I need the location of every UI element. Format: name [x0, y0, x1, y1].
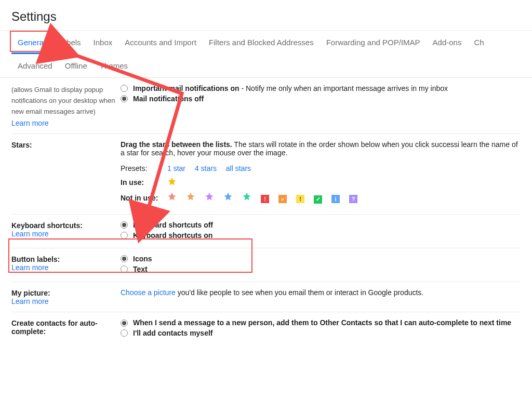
tab-offline[interactable]: Offline [59, 54, 94, 77]
tab-general[interactable]: General [11, 31, 51, 54]
star-icon[interactable] [205, 192, 214, 201]
star-square-icon[interactable]: ! [296, 195, 304, 203]
radio-icon [121, 232, 128, 239]
star-square-icon[interactable]: » [278, 195, 287, 203]
create-contacts-label: Create contacts for auto-complete: [11, 319, 98, 336]
section-my-picture: My picture: Learn more Choose a picture … [11, 282, 521, 312]
star-square-icon[interactable]: i [331, 195, 340, 203]
not-in-use-label: Not in use: [121, 194, 167, 202]
stars-drag-bold: Drag the stars between the lists. [121, 140, 232, 149]
keyboard-label: Keyboard shortcuts: [11, 221, 83, 230]
tab-labels[interactable]: Labels [51, 31, 87, 54]
learn-more-link[interactable]: Learn more [11, 119, 121, 127]
radio-text[interactable]: Text [121, 265, 521, 273]
radio-autocontacts-on[interactable]: When I send a message to a new person, a… [121, 318, 521, 327]
page-title: Settings [0, 0, 532, 31]
radio-icon [121, 329, 128, 337]
radio-keyboard-on[interactable]: Keyboard shortcuts on [121, 231, 521, 240]
tab-addons[interactable]: Add-ons [427, 31, 468, 54]
tab-forwarding-pop-imap[interactable]: Forwarding and POP/IMAP [320, 31, 427, 54]
learn-more-link[interactable]: Learn more [11, 263, 49, 272]
star-icon[interactable] [186, 192, 195, 201]
preset-1star[interactable]: 1 star [167, 164, 185, 172]
presets-label: Presets: [121, 164, 167, 172]
star-square-icon[interactable]: ? [349, 195, 357, 203]
section-keyboard-shortcuts: Keyboard shortcuts: Learn more Keyboard … [11, 215, 521, 248]
choose-picture-link[interactable]: Choose a picture [121, 288, 176, 297]
star-icon[interactable] [167, 192, 177, 201]
star-square-icon[interactable]: ✓ [314, 195, 322, 204]
tab-accounts-import[interactable]: Accounts and Import [118, 31, 203, 54]
star-icon[interactable] [242, 192, 251, 201]
settings-tabs: General Labels Inbox Accounts and Import… [0, 31, 532, 78]
stars-label: Stars: [11, 141, 32, 149]
radio-icons[interactable]: Icons [121, 255, 521, 263]
radio-icon [121, 85, 128, 92]
radio-keyboard-off[interactable]: Keyboard shortcuts off [121, 221, 521, 229]
in-use-label: In use: [121, 178, 167, 187]
radio-autocontacts-off[interactable]: I'll add contacts myself [121, 329, 521, 337]
preset-4stars[interactable]: 4 stars [195, 164, 217, 172]
section-button-labels: Button labels: Learn more Icons Text [11, 248, 521, 282]
section-create-contacts: Create contacts for auto-complete: When … [11, 312, 521, 345]
tab-advanced[interactable]: Advanced [11, 54, 59, 77]
section-desktop-notifications: (allows Gmail to display popup notificat… [11, 78, 521, 134]
preset-allstars[interactable]: all stars [226, 164, 251, 172]
tab-themes[interactable]: Themes [94, 54, 134, 77]
star-icon[interactable] [223, 192, 233, 201]
radio-icon [121, 95, 128, 102]
picture-desc: you'd like people to see when you email … [176, 288, 423, 297]
radio-icon [121, 320, 128, 327]
star-icon[interactable] [167, 177, 177, 186]
star-square-icon[interactable]: ! [261, 195, 269, 203]
desktop-notifications-desc: (allows Gmail to display popup notificat… [11, 85, 121, 117]
tab-chat-truncated[interactable]: Ch [468, 31, 490, 54]
button-labels-label: Button labels: [11, 255, 60, 263]
learn-more-link[interactable]: Learn more [11, 297, 49, 305]
radio-mail-notifications-off[interactable]: Mail notifications off [121, 95, 521, 103]
radio-icon [121, 221, 128, 229]
learn-more-link[interactable]: Learn more [11, 230, 49, 238]
tab-inbox[interactable]: Inbox [87, 31, 119, 54]
radio-icon [121, 265, 128, 273]
section-stars: Stars: Drag the stars between the lists.… [11, 134, 521, 215]
tab-filters-blocked[interactable]: Filters and Blocked Addresses [203, 31, 320, 54]
radio-important-mail-on[interactable]: Important mail notifications on - Notify… [121, 84, 521, 92]
radio-icon [121, 255, 128, 262]
my-picture-label: My picture: [11, 289, 50, 297]
